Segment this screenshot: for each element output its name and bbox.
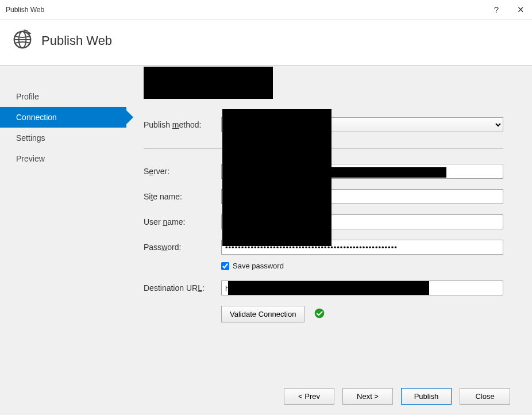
redacted-region — [222, 109, 331, 246]
wizard-footer: < Prev Next > Publish Close — [284, 388, 510, 405]
close-window-button[interactable]: ✕ — [515, 5, 526, 15]
username-label: User name: — [144, 217, 221, 226]
wizard-sidebar: Profile Connection Settings Preview — [0, 66, 126, 415]
publish-button[interactable]: Publish — [401, 388, 452, 405]
content-area: Profile Connection Settings Preview Publ… — [0, 66, 532, 415]
desturl-label: Destination URL: — [144, 283, 221, 293]
dialog-header: Publish Web — [0, 20, 532, 66]
redacted-region — [228, 281, 429, 295]
title-bar-controls: ? ✕ — [491, 5, 526, 15]
sidebar-item-settings[interactable]: Settings — [0, 128, 126, 148]
svg-point-3 — [315, 309, 325, 318]
save-password-label[interactable]: Save password — [233, 262, 284, 270]
redacted-region — [331, 167, 446, 178]
save-password-checkbox[interactable] — [221, 262, 229, 270]
save-password-row: Save password — [221, 262, 503, 270]
help-button[interactable]: ? — [491, 5, 502, 14]
publish-web-globe-icon — [11, 29, 33, 52]
server-label: Server: — [144, 167, 221, 176]
sidebar-item-profile[interactable]: Profile — [0, 86, 126, 107]
check-circle-icon — [314, 308, 325, 321]
title-bar: Publish Web ? ✕ — [0, 0, 532, 20]
window-title: Publish Web — [6, 6, 44, 14]
sitename-label: Site name: — [144, 192, 221, 201]
sidebar-item-connection[interactable]: Connection — [0, 107, 126, 128]
redacted-region — [144, 67, 273, 99]
sidebar-item-preview[interactable]: Preview — [0, 148, 126, 169]
prev-button[interactable]: < Prev — [284, 388, 334, 405]
desturl-row: Destination URL: — [144, 280, 503, 295]
dialog-title: Publish Web — [41, 33, 112, 48]
validate-connection-button[interactable]: Validate Connection — [221, 306, 304, 322]
validate-row: Validate Connection — [221, 306, 503, 322]
publish-method-label: Publish method: — [144, 120, 221, 129]
connection-panel: Publish method: Server: Site name: — [126, 66, 532, 415]
next-button[interactable]: Next > — [342, 388, 393, 405]
password-label: Password: — [144, 243, 221, 252]
close-button[interactable]: Close — [460, 388, 510, 405]
